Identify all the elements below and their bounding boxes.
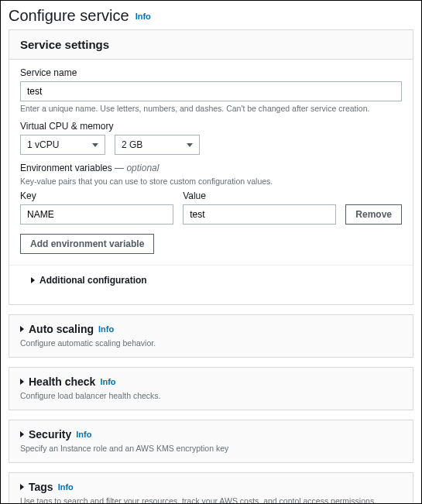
service-name-input[interactable] (20, 81, 402, 101)
chevron-right-icon (31, 277, 35, 283)
auto-scaling-desc: Configure automatic scaling behavior. (20, 338, 402, 348)
page-info-link[interactable]: Info (136, 12, 151, 21)
additional-config-toggle[interactable]: Additional configuration (20, 266, 402, 295)
service-name-hint: Enter a unique name. Use letters, number… (20, 104, 402, 113)
caret-down-icon (187, 143, 193, 147)
env-label: Environment variables — optional (20, 163, 402, 173)
chevron-right-icon (20, 431, 24, 437)
compute-label: Virtual CPU & memory (20, 121, 402, 132)
add-env-button[interactable]: Add environment variable (20, 234, 154, 254)
vcpu-select[interactable]: 1 vCPU (20, 135, 105, 155)
page-title: Configure service (9, 7, 129, 25)
health-check-desc: Configure load balancer health checks. (20, 391, 402, 400)
tags-panel: Tags Info Use tags to search and filter … (9, 472, 413, 504)
security-info[interactable]: Info (76, 430, 91, 439)
env-hint: Key-value pairs that you can use to stor… (20, 177, 402, 186)
health-check-info[interactable]: Info (100, 377, 115, 386)
security-toggle[interactable]: Security Info (20, 428, 402, 441)
service-settings-panel: Service settings Service name Enter a un… (9, 29, 413, 305)
env-value-label: Value (183, 190, 336, 201)
auto-scaling-toggle[interactable]: Auto scaling Info (20, 323, 402, 335)
caret-down-icon (92, 143, 98, 147)
vcpu-value: 1 vCPU (27, 139, 59, 150)
health-check-panel: Health check Info Configure load balance… (9, 367, 413, 410)
memory-value: 2 GB (122, 139, 142, 150)
service-name-label: Service name (20, 67, 402, 78)
health-check-title: Health check (29, 375, 95, 388)
tags-info[interactable]: Info (58, 482, 74, 492)
chevron-right-icon (20, 326, 24, 332)
tags-desc: Use tags to search and filter your resou… (20, 496, 402, 504)
auto-scaling-info[interactable]: Info (98, 324, 114, 334)
chevron-right-icon (20, 484, 24, 490)
memory-select[interactable]: 2 GB (115, 135, 200, 155)
security-panel: Security Info Specify an Instance role a… (9, 420, 413, 463)
env-key-label: Key (20, 190, 173, 201)
env-value-input[interactable] (183, 204, 336, 225)
tags-title: Tags (29, 481, 53, 493)
env-key-input[interactable] (20, 204, 173, 225)
auto-scaling-panel: Auto scaling Info Configure automatic sc… (9, 314, 413, 358)
health-check-toggle[interactable]: Health check Info (20, 375, 402, 388)
tags-toggle[interactable]: Tags Info (20, 481, 402, 493)
auto-scaling-title: Auto scaling (29, 323, 94, 335)
chevron-right-icon (20, 379, 24, 385)
additional-config-label: Additional configuration (39, 275, 147, 286)
panel-header: Service settings (9, 30, 413, 60)
security-desc: Specify an Instance role and an AWS KMS … (20, 444, 402, 453)
remove-env-button[interactable]: Remove (345, 204, 402, 225)
security-title: Security (29, 428, 71, 441)
